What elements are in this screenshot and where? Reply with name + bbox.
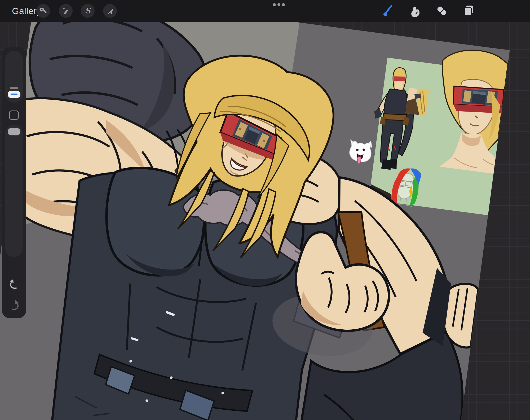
redo-button[interactable]: [8, 299, 20, 311]
magic-wand-icon: [62, 7, 70, 15]
selection-s-icon: S: [84, 7, 92, 15]
canvas-menu-dots[interactable]: [273, 3, 285, 6]
side-toolbar: [2, 47, 26, 318]
opacity-handle[interactable]: [8, 128, 20, 135]
undo-icon: [8, 278, 20, 290]
transform-arrow-icon: [106, 7, 114, 15]
wrench-icon: [39, 7, 47, 15]
brush-size-value-bar: [11, 94, 17, 95]
drawing-canvas[interactable]: [0, 0, 510, 420]
opacity-slider[interactable]: [5, 125, 23, 257]
brush-size-handle[interactable]: [8, 91, 20, 98]
smudge-button[interactable]: [408, 4, 422, 18]
redo-icon: [8, 299, 20, 311]
ref-portrait-crop: [405, 88, 429, 116]
adjustments-button[interactable]: [59, 4, 73, 18]
dot: [273, 3, 276, 6]
artwork: [0, 0, 510, 420]
layers-button[interactable]: [462, 4, 476, 18]
modify-button[interactable]: [9, 110, 19, 120]
smudge-finger-icon: [408, 4, 422, 18]
brush-size-tick: [10, 87, 18, 89]
paint-button[interactable]: [381, 4, 395, 18]
dot: [277, 3, 280, 6]
layers-icon: [462, 4, 476, 18]
transform-button[interactable]: [103, 4, 117, 18]
undo-button[interactable]: [8, 278, 20, 290]
svg-text:S: S: [85, 7, 91, 15]
dot: [282, 3, 285, 6]
eraser-button[interactable]: [435, 4, 449, 18]
dog-sticker: [348, 138, 373, 165]
actions-button[interactable]: [36, 4, 50, 18]
paint-brush-icon: [381, 4, 395, 18]
main-character: [0, 0, 509, 420]
top-toolbar: Gallery S: [0, 0, 530, 22]
eraser-icon: [435, 4, 449, 18]
selection-button[interactable]: S: [81, 4, 95, 18]
